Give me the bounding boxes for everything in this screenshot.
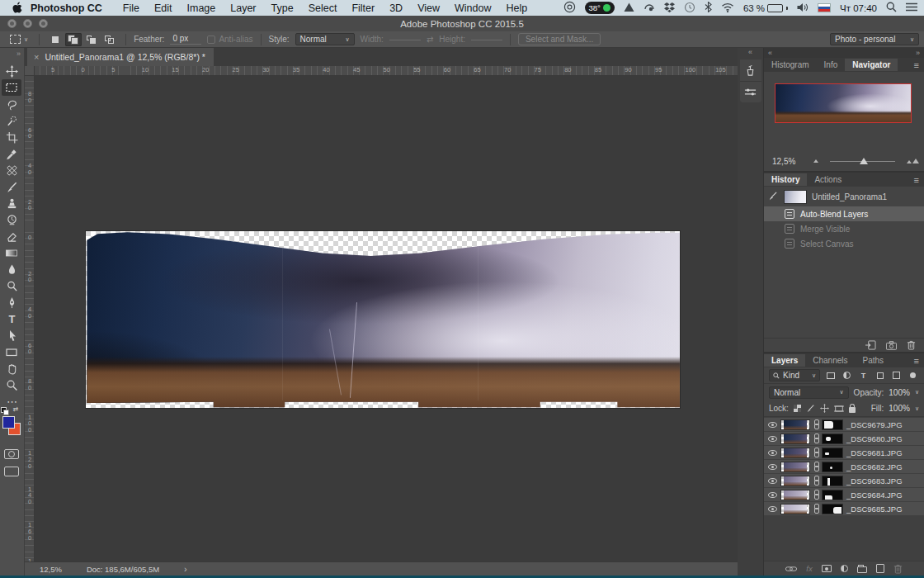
layer-row[interactable]: _DSC9685.JPG — [764, 502, 924, 515]
lock-pixels-icon[interactable] — [806, 404, 815, 413]
zoom-slider-thumb[interactable] — [860, 158, 868, 164]
style-dropdown[interactable]: Normal ∨ — [295, 33, 355, 45]
layer-mask-thumbnail[interactable] — [822, 434, 843, 444]
horizontal-ruler[interactable]: 5051015202530354045505560657075808590951… — [35, 66, 738, 76]
rectangular-marquee-tool[interactable] — [2, 79, 21, 96]
tab-actions[interactable]: Actions — [807, 173, 849, 186]
layer-visibility-eye-icon[interactable] — [768, 506, 777, 512]
creative-cloud-icon[interactable] — [563, 1, 576, 15]
window-minimize-button[interactable] — [23, 19, 32, 28]
layer-visibility-eye-icon[interactable] — [768, 422, 777, 428]
volume-icon[interactable] — [797, 2, 808, 14]
tab-navigator[interactable]: Navigator — [845, 59, 898, 71]
swap-colors-icon[interactable]: ⇄ — [13, 405, 19, 413]
tool-preset-picker[interactable]: ∨ — [7, 35, 31, 44]
add-to-selection-mode-button[interactable] — [65, 33, 82, 46]
layer-mask-thumbnail[interactable] — [822, 476, 843, 486]
layer-visibility-eye-icon[interactable] — [768, 436, 777, 442]
filter-pixel-layers-icon[interactable] — [824, 370, 837, 381]
filter-smart-objects-icon[interactable] — [890, 370, 903, 381]
mask-link-icon[interactable] — [813, 490, 818, 500]
time-machine-icon[interactable] — [684, 2, 695, 15]
mask-link-icon[interactable] — [813, 448, 818, 457]
pasteboard[interactable] — [35, 76, 738, 561]
lasso-tool[interactable] — [2, 96, 21, 112]
tab-info[interactable]: Info — [817, 59, 846, 71]
spotlight-search-icon[interactable] — [886, 2, 897, 14]
layer-name[interactable]: _DSC9682.JPG — [846, 462, 903, 471]
layer-row[interactable]: _DSC9680.JPG — [764, 432, 924, 445]
layer-name[interactable]: _DSC9681.JPG — [846, 448, 903, 457]
status-options-chevron[interactable]: › — [184, 564, 187, 574]
mask-link-icon[interactable] — [813, 462, 818, 471]
keyboard-layout-flag-icon[interactable] — [818, 3, 831, 12]
eraser-tool[interactable] — [2, 228, 21, 244]
drive-icon[interactable] — [624, 2, 634, 14]
menu-layer[interactable]: Layer — [230, 2, 256, 14]
layer-visibility-eye-icon[interactable] — [768, 464, 777, 470]
quick-mask-mode-button[interactable] — [4, 449, 19, 459]
history-state-auto-blend-layers[interactable]: Auto-Blend Layers — [764, 206, 924, 221]
delete-layer-button[interactable] — [893, 564, 903, 574]
layer-style-fx-button[interactable]: fx — [806, 564, 812, 573]
hand-tool[interactable] — [2, 360, 21, 377]
select-and-mask-button[interactable]: Select and Mask... — [518, 33, 601, 45]
layer-thumbnail[interactable] — [780, 462, 810, 472]
panel-menu-icon[interactable]: ≡ — [914, 175, 919, 185]
dropbox-icon[interactable] — [664, 2, 675, 14]
foreground-color-swatch[interactable] — [2, 416, 15, 429]
blend-mode-dropdown[interactable]: Normal ∨ — [769, 386, 849, 399]
crop-tool[interactable] — [2, 129, 21, 145]
cloud-sync-icon[interactable] — [644, 2, 655, 14]
menu-type[interactable]: Type — [271, 2, 294, 14]
layer-row[interactable]: _DSC9684.JPG — [764, 488, 924, 501]
lock-transparency-icon[interactable] — [794, 405, 801, 412]
type-tool[interactable]: T — [2, 310, 21, 327]
layer-thumbnail[interactable] — [780, 434, 810, 444]
bluetooth-icon[interactable] — [705, 2, 712, 14]
layer-visibility-eye-icon[interactable] — [768, 492, 777, 498]
quick-selection-tool[interactable] — [2, 112, 21, 129]
menu-help[interactable]: Help — [507, 2, 528, 14]
zoom-in-icon[interactable] — [907, 159, 919, 163]
toolbar-collapse-icon[interactable]: » — [0, 48, 24, 63]
weather-widget[interactable]: 38° — [585, 2, 615, 14]
menu-view[interactable]: View — [417, 2, 440, 14]
filter-shape-layers-icon[interactable] — [874, 370, 886, 381]
menu-select[interactable]: Select — [309, 2, 337, 14]
dock-collapse-left-icon[interactable]: « — [768, 49, 772, 57]
lock-artboard-icon[interactable] — [834, 405, 844, 413]
anti-alias-checkbox[interactable] — [207, 36, 215, 44]
layer-mask-thumbnail[interactable] — [822, 419, 843, 430]
mask-link-icon[interactable] — [813, 476, 818, 486]
height-input[interactable] — [471, 39, 502, 40]
eyedropper-tool[interactable] — [2, 145, 21, 162]
app-menu-title[interactable]: Photoshop CC — [31, 2, 102, 14]
layer-row[interactable]: _DSC9679.JPG — [764, 418, 924, 431]
layer-thumbnail[interactable] — [780, 476, 810, 486]
mask-link-icon[interactable] — [813, 419, 818, 429]
navigator-preview-thumbnail[interactable] — [775, 83, 912, 123]
workspace-switcher-dropdown[interactable]: Photo - personal ∨ — [830, 33, 919, 45]
menu-edit[interactable]: Edit — [154, 2, 172, 14]
new-adjustment-layer-button[interactable] — [841, 565, 848, 572]
layer-name[interactable]: _DSC9685.JPG — [846, 505, 903, 514]
healing-brush-tool[interactable] — [2, 162, 21, 178]
new-group-button[interactable] — [857, 565, 867, 573]
blur-tool[interactable] — [2, 261, 21, 277]
layer-visibility-eye-icon[interactable] — [768, 450, 777, 456]
feather-input[interactable]: 0 px — [170, 34, 201, 45]
layer-row[interactable]: _DSC9683.JPG — [764, 474, 924, 487]
tab-channels[interactable]: Channels — [805, 354, 855, 367]
panorama-image[interactable] — [86, 231, 680, 408]
ruler-origin-corner[interactable] — [25, 66, 35, 76]
panel-menu-icon[interactable]: ≡ — [914, 60, 919, 70]
notification-center-icon[interactable] — [906, 2, 917, 13]
pen-tool[interactable] — [2, 294, 21, 310]
layer-name[interactable]: _DSC9683.JPG — [846, 476, 903, 486]
brush-tool[interactable] — [2, 178, 21, 195]
filter-adjustment-layers-icon[interactable] — [841, 370, 853, 381]
swap-dimensions-icon[interactable]: ⇄ — [427, 35, 433, 44]
window-title-bar[interactable]: Adobe Photoshop CC 2015.5 — [0, 16, 924, 31]
layer-name[interactable]: _DSC9680.JPG — [846, 434, 903, 443]
